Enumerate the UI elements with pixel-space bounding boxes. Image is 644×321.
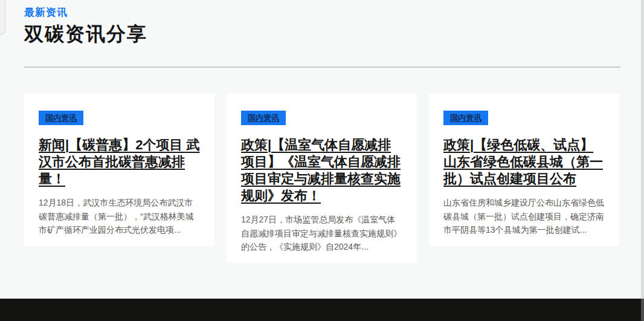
article-excerpt: 12月18日，武汉市生态环境局公布武汉市碳普惠减排量（第一批），“武汉格林美城市… <box>39 196 200 237</box>
article-excerpt: 山东省住房和城乡建设厅公布山东省绿色低碳县城（第一批）试点创建项目，确定济南市平… <box>443 196 605 237</box>
footer-bar <box>0 299 644 321</box>
vertical-scrollbar[interactable] <box>641 0 644 321</box>
news-card[interactable]: 国内资讯 新闻|【碳普惠】2个项目 武汉市公布首批碳普惠减排量！ 12月18日，… <box>24 94 214 246</box>
category-badge[interactable]: 国内资讯 <box>241 111 286 125</box>
category-badge[interactable]: 国内资讯 <box>443 111 488 125</box>
article-title-link[interactable]: 政策|【温室气体自愿减排项目】《温室气体自愿减排项目审定与减排量核查实施规则》发… <box>241 137 402 204</box>
news-card[interactable]: 国内资讯 政策|【温室气体自愿减排项目】《温室气体自愿减排项目审定与减排量核查实… <box>227 94 417 263</box>
section-eyebrow: 最新资讯 <box>24 0 620 19</box>
page-title: 双碳资讯分享 <box>24 21 620 48</box>
corner-scrollbar-artifact <box>0 0 5 34</box>
news-card[interactable]: 国内资讯 政策|【绿色低碳、试点】 山东省绿色低碳县城（第一批）试点创建项目公布… <box>429 94 619 246</box>
category-badge[interactable]: 国内资讯 <box>39 111 83 125</box>
section-divider <box>24 66 620 68</box>
article-excerpt: 12月27日，市场监管总局发布《温室气体自愿减排项目审定与减排量核查实施规则》的… <box>241 213 402 254</box>
section-content: 最新资讯 双碳资讯分享 国内资讯 新闻|【碳普惠】2个项目 武汉市公布首批碳普惠… <box>24 0 620 263</box>
article-title-link[interactable]: 新闻|【碳普惠】2个项目 武汉市公布首批碳普惠减排量！ <box>39 137 200 187</box>
news-section-page: 最新资讯 双碳资讯分享 国内资讯 新闻|【碳普惠】2个项目 武汉市公布首批碳普惠… <box>0 0 644 321</box>
news-card-list: 国内资讯 新闻|【碳普惠】2个项目 武汉市公布首批碳普惠减排量！ 12月18日，… <box>24 94 620 263</box>
article-title-link[interactable]: 政策|【绿色低碳、试点】 山东省绿色低碳县城（第一批）试点创建项目公布 <box>443 137 605 187</box>
